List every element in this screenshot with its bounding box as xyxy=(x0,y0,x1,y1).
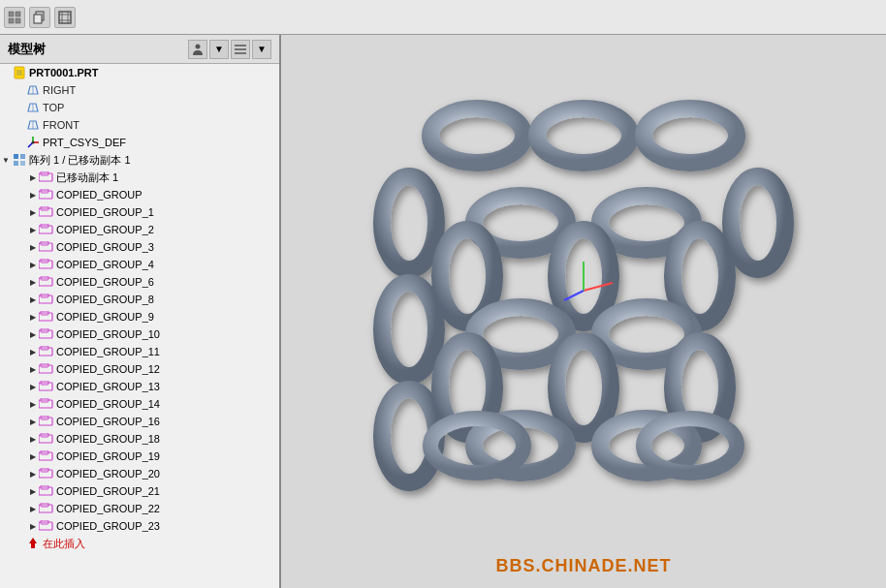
viewport: BBS.CHINADE.NET xyxy=(281,35,886,588)
group-icon xyxy=(39,467,54,480)
frame-icon[interactable] xyxy=(54,7,76,28)
csys-icon xyxy=(25,136,41,149)
tree-label-insert: 在此插入 xyxy=(43,537,85,551)
grid-icon[interactable] xyxy=(4,7,25,28)
tree-label-cg13: COPIED_GROUP_13 xyxy=(56,381,160,392)
svg-rect-6 xyxy=(59,12,71,23)
tree-arrow-cg1[interactable]: ▶ xyxy=(27,206,39,218)
tree-arrow-cg11[interactable]: ▶ xyxy=(27,346,39,357)
tree-item-cg12[interactable]: ▶COPIED_GROUP_12 xyxy=(0,360,279,378)
tree-arrow-cg[interactable]: ▶ xyxy=(27,189,39,201)
tree-arrow-cg8[interactable]: ▶ xyxy=(27,294,39,305)
tree-label-cg10: COPIED_GROUP_10 xyxy=(56,328,160,340)
tree-item-cg8[interactable]: ▶COPIED_GROUP_8 xyxy=(0,291,279,308)
tree-arrow-cg20[interactable]: ▶ xyxy=(27,468,39,480)
panel-header-icons: ▼ ▼ xyxy=(188,40,271,59)
tree-item-cg4[interactable]: ▶COPIED_GROUP_4 xyxy=(0,256,279,273)
tree-arrow-cg14[interactable]: ▶ xyxy=(27,398,39,410)
svg-point-79 xyxy=(644,108,737,163)
tree-arrow-cg3[interactable]: ▶ xyxy=(27,241,39,253)
tree-item-cg3[interactable]: ▶COPIED_GROUP_3 xyxy=(0,238,279,256)
tree-item-cg23[interactable]: ▶COPIED_GROUP_23 xyxy=(0,517,279,535)
tree-item-root[interactable]: ▶PRT0001.PRT xyxy=(0,64,279,81)
group-icon xyxy=(39,362,54,376)
tree-item-cg1[interactable]: ▶COPIED_GROUP_1 xyxy=(0,203,279,221)
tree-arrow-cg13[interactable]: ▶ xyxy=(27,381,39,392)
tree-arrow-cg21[interactable]: ▶ xyxy=(27,485,39,497)
tree-item-right[interactable]: ▶RIGHT xyxy=(0,81,279,99)
tree-item-csys[interactable]: ▶PRT_CSYS_DEF xyxy=(0,134,279,151)
tree-label-cg14: COPIED_GROUP_14 xyxy=(56,398,160,410)
tree-label-cg6: COPIED_GROUP_6 xyxy=(56,276,154,288)
svg-point-85 xyxy=(731,176,785,269)
tree-arrow-cg6[interactable]: ▶ xyxy=(27,276,39,288)
panel-header: 模型树 ▼ ▼ xyxy=(0,35,279,64)
group-icon xyxy=(39,223,54,236)
tree-arrow-cg19[interactable]: ▶ xyxy=(27,450,39,462)
tree-item-cg10[interactable]: ▶COPIED_GROUP_10 xyxy=(0,325,279,343)
settings-dropdown-icon[interactable]: ▼ xyxy=(252,40,271,59)
tree-item-cg11[interactable]: ▶COPIED_GROUP_11 xyxy=(0,343,279,360)
list-view-icon[interactable] xyxy=(231,40,250,59)
tree-arrow-cg12[interactable]: ▶ xyxy=(27,363,39,375)
svg-point-77 xyxy=(430,108,523,163)
tree-item-moved[interactable]: ▶已移动副本 1 xyxy=(0,169,279,186)
tree-item-cg14[interactable]: ▶COPIED_GROUP_14 xyxy=(0,395,279,413)
svg-rect-0 xyxy=(9,12,14,16)
tree-label-cg1: COPIED_GROUP_1 xyxy=(56,206,154,218)
tree-item-insert[interactable]: ▶在此插入 xyxy=(0,535,279,552)
tree-label-front: FRONT xyxy=(43,119,79,131)
tree-label-cg20: COPIED_GROUP_20 xyxy=(56,468,160,480)
sort-dropdown-icon[interactable]: ▼ xyxy=(209,40,229,59)
tree-label-cg2: COPIED_GROUP_2 xyxy=(56,224,154,235)
tree-item-cg20[interactable]: ▶COPIED_GROUP_20 xyxy=(0,465,279,482)
tree-item-cg16[interactable]: ▶COPIED_GROUP_16 xyxy=(0,413,279,430)
chain-visualization xyxy=(351,77,816,504)
group-icon xyxy=(39,240,54,254)
tree-arrow-cg16[interactable]: ▶ xyxy=(27,416,39,427)
tree-label-cg18: COPIED_GROUP_18 xyxy=(56,433,160,445)
tree-item-cg19[interactable]: ▶COPIED_GROUP_19 xyxy=(0,448,279,465)
tree-arrow-cg22[interactable]: ▶ xyxy=(27,503,39,514)
tree-item-cg18[interactable]: ▶COPIED_GROUP_18 xyxy=(0,430,279,448)
tree-arrow-cg9[interactable]: ▶ xyxy=(27,311,39,323)
tree-label-cg: COPIED_GROUP xyxy=(56,189,142,201)
tree-label-csys: PRT_CSYS_DEF xyxy=(43,137,126,148)
group-icon xyxy=(39,397,54,411)
tree-item-cg21[interactable]: ▶COPIED_GROUP_21 xyxy=(0,482,279,500)
svg-point-81 xyxy=(382,283,436,376)
tree-label-root: PRT0001.PRT xyxy=(29,67,99,78)
tree-item-cg13[interactable]: ▶COPIED_GROUP_13 xyxy=(0,378,279,395)
tree-label-right: RIGHT xyxy=(43,84,76,96)
tree-arrow-cg23[interactable]: ▶ xyxy=(27,520,39,532)
tree-item-array[interactable]: ▼阵列 1 / 已移动副本 1 xyxy=(0,151,279,169)
group-icon xyxy=(39,519,54,533)
tree-item-cg22[interactable]: ▶COPIED_GROUP_22 xyxy=(0,500,279,517)
tree-label-cg12: COPIED_GROUP_12 xyxy=(56,363,160,375)
tree-arrow-cg2[interactable]: ▶ xyxy=(27,224,39,235)
tree-container[interactable]: ▶PRT0001.PRT▶RIGHT▶TOP▶FRONT▶PRT_CSYS_DE… xyxy=(0,64,279,588)
tree-label-cg3: COPIED_GROUP_3 xyxy=(56,241,154,253)
person-icon[interactable] xyxy=(188,40,207,59)
toolbar xyxy=(0,0,886,35)
svg-rect-31 xyxy=(14,161,18,166)
tree-arrow-cg4[interactable]: ▶ xyxy=(27,259,39,270)
tree-arrow-array[interactable]: ▼ xyxy=(0,154,12,166)
tree-item-cg2[interactable]: ▶COPIED_GROUP_2 xyxy=(0,221,279,238)
tree-label-cg9: COPIED_GROUP_9 xyxy=(56,311,154,323)
tree-arrow-cg10[interactable]: ▶ xyxy=(27,328,39,340)
group-icon xyxy=(39,293,54,306)
tree-item-cg[interactable]: ▶COPIED_GROUP xyxy=(0,186,279,203)
tree-label-cg21: COPIED_GROUP_21 xyxy=(56,485,160,497)
tree-arrow-moved[interactable]: ▶ xyxy=(27,171,39,183)
svg-rect-30 xyxy=(20,154,25,159)
tree-arrow-cg18[interactable]: ▶ xyxy=(27,433,39,445)
tree-item-cg9[interactable]: ▶COPIED_GROUP_9 xyxy=(0,308,279,325)
group-icon xyxy=(39,310,54,324)
tree-item-top[interactable]: ▶TOP xyxy=(0,99,279,116)
svg-rect-32 xyxy=(20,161,25,166)
tree-label-cg16: COPIED_GROUP_16 xyxy=(56,416,160,427)
copy-icon[interactable] xyxy=(29,7,50,28)
tree-item-cg6[interactable]: ▶COPIED_GROUP_6 xyxy=(0,273,279,291)
tree-item-front[interactable]: ▶FRONT xyxy=(0,116,279,134)
